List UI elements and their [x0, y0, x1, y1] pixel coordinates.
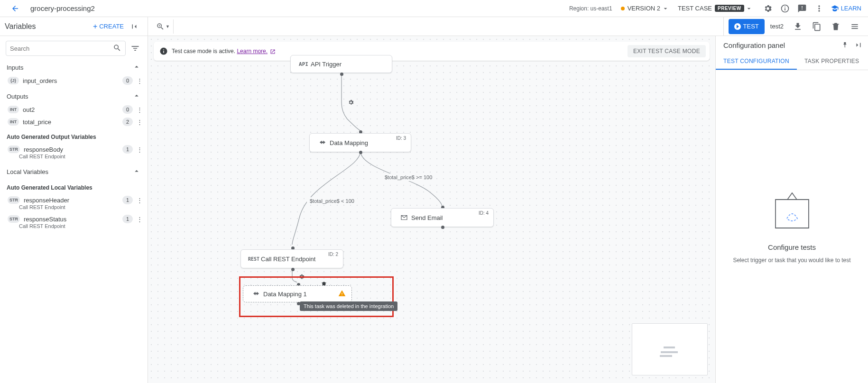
download-icon — [793, 22, 803, 31]
section-inputs[interactable]: Inputs — [3, 58, 145, 74]
variable-row[interactable]: STR responseBody 1 ⋮ — [3, 143, 145, 155]
node-label: Data Mapping — [330, 139, 368, 146]
variable-row[interactable]: STR responseHeader 1 ⋮ — [3, 194, 145, 206]
chevron-down-icon — [662, 5, 669, 12]
testcase-selector[interactable]: TEST CASE PREVIEW — [678, 5, 753, 12]
testcase-label: TEST CASE — [678, 5, 712, 12]
section-outputs[interactable]: Outputs — [3, 87, 145, 103]
outputs-label: Outputs — [7, 93, 28, 100]
config-placeholder-title: Configure tests — [768, 243, 816, 251]
zoom-icon — [156, 22, 165, 31]
play-icon — [734, 23, 741, 30]
row-menu[interactable]: ⋮ — [135, 106, 145, 113]
info-icon — [157, 47, 170, 55]
learn-more-link[interactable]: Learn more. — [237, 48, 268, 55]
count-badge: 1 — [122, 196, 133, 204]
filter-icon — [130, 44, 140, 53]
external-link-icon — [270, 49, 276, 55]
row-menu[interactable]: ⋮ — [135, 119, 145, 126]
integration-canvas[interactable]: Test case mode is active. Learn more. EX… — [148, 36, 715, 383]
variable-name: responseStatus — [24, 216, 66, 223]
row-menu[interactable]: ⋮ — [135, 77, 145, 84]
region-label: Region: us-east1 — [569, 5, 612, 12]
auto-output-heading: Auto Generated Output Variables — [3, 128, 145, 143]
count-badge: 2 — [122, 118, 133, 126]
count-badge: 0 — [122, 76, 133, 85]
feedback-button[interactable] — [794, 0, 811, 17]
overflow-menu[interactable] — [811, 0, 828, 17]
email-icon — [397, 213, 411, 222]
condition-label: $total_price$ < 100 — [307, 197, 357, 205]
section-local[interactable]: Local Variables — [3, 162, 145, 179]
port-icon — [441, 226, 444, 229]
settings-button[interactable] — [759, 0, 776, 17]
node-data-mapping-deleted[interactable]: Data Mapping 1 — [243, 285, 352, 302]
info-button[interactable] — [776, 0, 794, 17]
row-menu[interactable]: ⋮ — [135, 216, 145, 223]
port-icon — [340, 73, 343, 76]
filter-button[interactable] — [129, 44, 142, 53]
version-selector[interactable]: VERSION 2 — [621, 5, 669, 12]
easel-icon — [766, 190, 818, 237]
plus-icon: + — [93, 22, 97, 31]
node-api-trigger[interactable]: API API Trigger — [290, 55, 392, 73]
condition-label: $total_price$ >= 100 — [382, 173, 435, 181]
node-label: Send Email — [411, 214, 443, 221]
chevron-up-icon — [132, 91, 141, 101]
exit-test-mode-button[interactable]: EXIT TEST CASE MODE — [628, 45, 706, 57]
inputs-label: Inputs — [7, 64, 23, 71]
download-button[interactable] — [789, 19, 806, 34]
copy-icon — [812, 22, 822, 31]
node-data-mapping[interactable]: Data Mapping ID: 3 — [309, 133, 411, 152]
warning-icon — [338, 290, 346, 299]
row-menu[interactable]: ⋮ — [135, 146, 145, 153]
port-icon — [359, 151, 362, 154]
data-mapping-icon — [249, 290, 263, 298]
variable-row[interactable]: INT total_price 2 ⋮ — [3, 116, 145, 128]
variable-row[interactable]: STR responseStatus 1 ⋮ — [3, 213, 145, 225]
config-title: Configuration panel — [723, 41, 839, 49]
data-mapping-icon — [315, 138, 330, 147]
port-icon — [291, 268, 295, 271]
page-title: grocery-processing2 — [30, 4, 95, 12]
menu-icon — [850, 22, 859, 31]
tab-task-properties[interactable]: TASK PROPERTIES — [797, 53, 867, 70]
learn-button[interactable]: LEARN — [831, 4, 861, 13]
node-call-rest[interactable]: REST Call REST Endpoint ID: 2 — [240, 249, 343, 268]
minimap[interactable] — [632, 323, 708, 375]
copy-button[interactable] — [808, 19, 825, 34]
variable-search-box[interactable] — [6, 41, 126, 56]
search-input[interactable] — [10, 45, 113, 52]
feedback-icon — [797, 4, 807, 13]
variable-name: out2 — [23, 106, 35, 113]
configuration-panel: Configuration panel TEST CONFIGURATION T… — [715, 36, 868, 383]
variable-name: responseHeader — [24, 197, 69, 204]
pin-button[interactable] — [839, 41, 852, 49]
expand-panel-button[interactable] — [852, 41, 865, 49]
info-icon — [780, 4, 790, 13]
count-badge: 1 — [122, 215, 133, 223]
zoom-dropdown[interactable]: ▼ — [153, 19, 174, 34]
node-send-email[interactable]: Send Email ID: 4 — [391, 208, 494, 227]
variable-name: input_orders — [23, 77, 57, 84]
variable-row[interactable]: INT out2 0 ⋮ — [3, 103, 145, 116]
node-id: ID: 2 — [328, 252, 338, 257]
collapse-panel-button[interactable] — [126, 22, 143, 31]
current-test-name: test2 — [766, 23, 787, 30]
back-button[interactable] — [7, 0, 24, 17]
expand-right-icon — [854, 41, 863, 49]
row-menu[interactable]: ⋮ — [135, 197, 145, 204]
variable-name: total_price — [23, 119, 51, 126]
menu-button[interactable] — [846, 19, 863, 34]
edge-settings-button[interactable] — [347, 99, 355, 108]
variable-row[interactable]: {J} input_orders 0 ⋮ — [3, 74, 145, 87]
variable-name: responseBody — [24, 146, 63, 153]
create-variable-button[interactable]: + CREATE — [93, 22, 124, 31]
test-mode-banner: Test case mode is active. Learn more. EX… — [154, 42, 710, 61]
run-test-button[interactable]: TEST — [729, 19, 765, 34]
delete-button[interactable] — [827, 19, 844, 34]
pin-icon — [841, 41, 849, 49]
minimap-node — [661, 351, 678, 353]
tab-test-configuration[interactable]: TEST CONFIGURATION — [716, 53, 797, 70]
type-pill: STR — [8, 146, 20, 153]
